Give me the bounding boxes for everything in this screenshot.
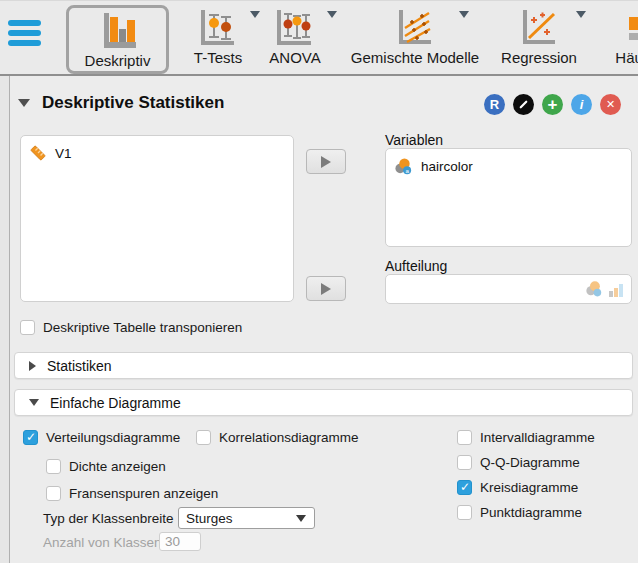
section-label: Einfache Diagramme xyxy=(50,395,181,411)
checkbox-label: Deskriptive Tabelle transponieren xyxy=(43,320,242,335)
ribbon-tab-label: T-Tests xyxy=(186,49,250,66)
checkbox-box[interactable] xyxy=(20,320,35,335)
checkbox-label: Verteilungsdiagramme xyxy=(46,430,180,445)
collapse-panel-icon[interactable] xyxy=(18,99,30,107)
panel-left-divider xyxy=(0,76,10,563)
ribbon-tab-descriptives[interactable]: Deskriptiv xyxy=(66,5,169,74)
page-title: Deskriptive Statistiken xyxy=(42,93,224,113)
section-label: Statistiken xyxy=(47,358,112,374)
pencil-icon xyxy=(518,99,529,110)
allowed-variable-types-hint xyxy=(585,280,624,298)
list-item[interactable]: a haircolor xyxy=(386,149,631,176)
bar-chart-icon xyxy=(608,282,624,298)
variable-name: haircolor xyxy=(421,159,473,174)
bin-type-dropdown[interactable]: Sturges xyxy=(178,507,315,529)
ttests-icon xyxy=(186,8,250,48)
split-drop-area[interactable] xyxy=(385,274,632,304)
checkbox-box[interactable] xyxy=(46,486,61,501)
ribbon-tab-anova[interactable]: ANOVA xyxy=(263,8,327,68)
dropdown-value: Sturges xyxy=(186,511,233,526)
checkbox-transpose-table[interactable]: Deskriptive Tabelle transponieren xyxy=(20,320,242,335)
checkbox-box[interactable] xyxy=(457,430,472,445)
checkbox-box[interactable] xyxy=(457,455,472,470)
frequencies-icon xyxy=(597,8,638,48)
bin-count-input[interactable] xyxy=(159,532,201,551)
section-basic-plots[interactable]: Einfache Diagramme xyxy=(14,389,633,416)
variables-field-label: Variablen xyxy=(385,132,443,148)
variable-name: V1 xyxy=(55,146,72,161)
section-statistics[interactable]: Statistiken xyxy=(14,352,633,379)
ribbon-toolbar: Deskriptiv T-Tests xyxy=(0,1,638,76)
r-syntax-button[interactable]: R xyxy=(484,94,505,115)
checkbox-label: Q-Q-Diagramme xyxy=(480,455,580,470)
checkbox-qq-plots[interactable]: Q-Q-Diagramme xyxy=(457,455,580,470)
assign-variables-button[interactable] xyxy=(306,149,346,174)
arrow-right-icon xyxy=(321,283,331,295)
regression-icon xyxy=(498,8,580,48)
chevron-down-icon[interactable] xyxy=(250,11,260,18)
assign-split-button[interactable] xyxy=(306,276,346,301)
checkbox-distribution-plots[interactable]: Verteilungsdiagramme xyxy=(23,430,180,445)
checkbox-label: Fransenspuren anzeigen xyxy=(69,486,218,501)
checkbox-display-density[interactable]: Dichte anzeigen xyxy=(46,459,166,474)
checkbox-label: Intervalldiagramme xyxy=(480,430,595,445)
chevron-down-icon[interactable] xyxy=(459,11,469,18)
checkbox-box[interactable] xyxy=(457,505,472,520)
checkbox-label: Korrelationsdiagramme xyxy=(219,430,359,445)
descriptives-barchart-icon xyxy=(69,11,166,51)
anova-icon xyxy=(263,8,327,48)
ribbon-tab-regression[interactable]: Regression xyxy=(498,8,580,68)
ribbon-tab-label: ANOVA xyxy=(263,49,327,66)
close-analysis-button[interactable]: ✕ xyxy=(600,94,621,115)
duplicate-analysis-button[interactable]: + xyxy=(542,94,563,115)
arrow-right-icon xyxy=(321,156,331,168)
available-variables-list[interactable]: V1 xyxy=(20,135,294,302)
edit-title-button[interactable] xyxy=(513,94,534,115)
checkbox-label: Dichte anzeigen xyxy=(69,459,166,474)
collapse-section-icon xyxy=(29,399,39,406)
chevron-down-icon[interactable] xyxy=(327,11,337,18)
ribbon-tab-label: Häufig xyxy=(597,49,638,66)
ribbon-tab-mixed-models[interactable]: Gemischte Modelle xyxy=(345,8,485,68)
info-button[interactable]: i xyxy=(571,94,592,115)
checkbox-correlation-plots[interactable]: Korrelationsdiagramme xyxy=(196,430,359,445)
checkbox-label: Kreisdiagramme xyxy=(480,480,578,495)
variables-assigned-list[interactable]: a haircolor xyxy=(385,148,632,247)
checkbox-interval-plots[interactable]: Intervalldiagramme xyxy=(457,430,595,445)
expand-section-icon xyxy=(29,361,36,371)
bin-count-label: Anzahl von Klassen xyxy=(43,535,162,550)
svg-text:a: a xyxy=(405,167,409,174)
chevron-down-icon[interactable] xyxy=(576,11,586,18)
list-item[interactable]: V1 xyxy=(21,136,293,162)
checkbox-box[interactable] xyxy=(46,459,61,474)
hamburger-menu-icon[interactable] xyxy=(8,20,41,52)
ribbon-tab-frequencies[interactable]: Häufig xyxy=(597,8,638,68)
chevron-down-icon xyxy=(296,515,306,522)
ribbon-tab-ttests[interactable]: T-Tests xyxy=(186,8,250,68)
split-field-label: Aufteilung xyxy=(385,258,447,274)
checkbox-dot-plots[interactable]: Punktdiagramme xyxy=(457,505,582,520)
ribbon-tab-label: Regression xyxy=(498,49,580,66)
checkbox-pie-charts[interactable]: Kreisdiagramme xyxy=(457,480,578,495)
checkbox-rug-marks[interactable]: Fransenspuren anzeigen xyxy=(46,486,218,501)
checkbox-label: Punktdiagramme xyxy=(480,505,582,520)
ribbon-tab-label: Gemischte Modelle xyxy=(345,49,485,66)
ribbon-tab-label: Deskriptiv xyxy=(69,52,166,69)
bin-type-label: Typ der Klassenbreite xyxy=(43,511,174,526)
nominal-variable-icon xyxy=(585,280,603,298)
nominal-variable-icon: a xyxy=(394,157,413,176)
checkbox-box[interactable] xyxy=(457,480,472,495)
checkbox-box[interactable] xyxy=(23,430,38,445)
checkbox-box[interactable] xyxy=(196,430,211,445)
jasp-window: Deskriptiv T-Tests xyxy=(0,0,638,563)
scale-variable-icon xyxy=(29,144,47,162)
